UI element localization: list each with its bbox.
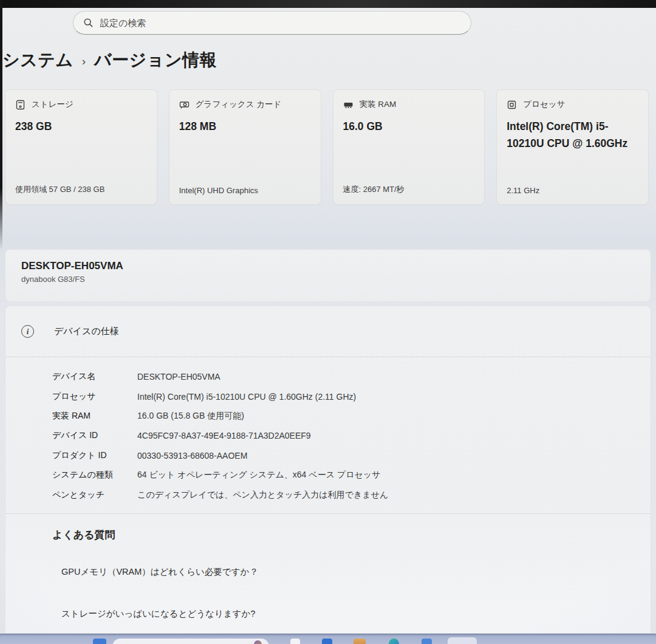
spec-value: 00330-53913-68608-AAOEM [137,451,247,461]
card-title: ストレージ [32,99,73,110]
spec-label: デバイス ID [52,430,137,441]
search-icon [83,18,94,28]
file-explorer-icon[interactable] [354,639,366,644]
spec-row-pen-touch: ペンとタッチ このディスプレイでは、ペン入力とタッチ入力は利用できません [52,485,651,504]
page-title: バージョン情報 [94,49,217,72]
bing-search-icon [254,640,262,644]
info-icon: i [21,325,34,338]
faq-question-storage[interactable]: ストレージがいっぱいになるとどうなりますか? [61,608,651,620]
card-footer: Intel(R) UHD Graphics [179,186,311,195]
divider [5,513,651,514]
search-box[interactable] [73,11,471,35]
spec-label: プロダクト ID [52,450,137,461]
spec-value: 64 ビット オペレーティング システム、x64 ベース プロセッサ [137,470,380,481]
spec-label: デバイス名 [52,371,137,382]
faq-title: よくある質問 [52,528,651,542]
cpu-icon [507,100,517,110]
search-input[interactable] [100,18,461,28]
edge-browser-icon[interactable] [389,639,399,644]
device-specs-title: デバイスの仕様 [54,326,119,337]
spec-label: 実装 RAM [52,411,137,422]
card-ram: 実装 RAM 16.0 GB 速度: 2667 MT/秒 [333,89,485,205]
card-title: プロセッサ [523,99,565,110]
spec-row-system-type: システムの種類 64 ビット オペレーティング システム、x64 ベース プロセ… [52,465,651,485]
taskbar-app-icon[interactable] [322,639,332,644]
taskbar-search-box[interactable] [112,639,269,644]
spec-label: システムの種類 [52,470,137,481]
task-view-icon[interactable] [290,639,300,644]
spec-row-device-id: デバイス ID 4C95FC97-8A37-49E4-9188-71A3D2A0… [52,426,651,445]
spec-row-device-name: デバイス名 DESKTOP-EH05VMA [52,367,651,386]
card-title: 実装 RAM [360,99,397,110]
card-footer: 2.11 GHz [507,186,638,195]
spec-value: Intel(R) Core(TM) i5-10210U CPU @ 1.60GH… [137,392,356,402]
storage-icon [15,100,26,110]
device-name: DESKTOP-EH05VMA [21,260,635,272]
spec-value: DESKTOP-EH05VMA [137,372,220,382]
spec-value: このディスプレイでは、ペン入力とタッチ入力は利用できません [137,490,388,501]
card-title: グラフィックス カード [196,99,282,110]
start-button-icon[interactable] [93,639,106,644]
spec-label: プロセッサ [52,391,137,402]
card-value: 128 MB [179,118,311,135]
device-model: dynabook G83/FS [21,275,635,284]
card-footer: 速度: 2667 MT/秒 [343,184,475,195]
spec-row-ram: 実装 RAM 16.0 GB (15.8 GB 使用可能) [52,406,651,426]
taskbar-app-icon[interactable] [422,639,432,644]
spec-label: ペンとタッチ [52,490,137,501]
spec-row-product-id: プロダクト ID 00330-53913-68608-AAOEM [52,446,651,465]
card-value: Intel(R) Core(TM) i5-10210U CPU @ 1.60GH… [507,118,638,152]
screen-bezel-top [0,0,656,8]
breadcrumb-system[interactable]: システム [2,49,73,72]
card-graphics: グラフィックス カード 128 MB Intel(R) UHD Graphics [169,89,321,205]
card-footer: 使用領域 57 GB / 238 GB [15,184,147,195]
device-specs-panel: i デバイスの仕様 デバイス名 DESKTOP-EH05VMA プロセッサ In… [5,306,651,634]
spec-value: 4C95FC97-8A37-49E4-9188-71A3D2A0EEF9 [137,431,311,440]
active-app-button[interactable] [448,637,477,644]
spec-value: 16.0 GB (15.8 GB 使用可能) [137,411,244,422]
settings-search [73,11,471,35]
summary-cards: ストレージ 238 GB 使用領域 57 GB / 238 GB グラフィックス… [5,89,649,205]
ram-icon [343,100,354,110]
screen-bezel-left [0,0,2,250]
faq-question-vram[interactable]: GPUメモリ（VRAM）はどれくらい必要ですか？ [61,566,651,578]
chevron-right-icon: › [82,53,86,68]
spec-row-processor: プロセッサ Intel(R) Core(TM) i5-10210U CPU @ … [52,386,651,406]
spec-rows: デバイス名 DESKTOP-EH05VMA プロセッサ Intel(R) Cor… [5,357,651,513]
card-value: 16.0 GB [343,118,475,135]
graphics-card-icon [179,100,190,110]
taskbar [0,634,656,644]
breadcrumb: システム › バージョン情報 [2,49,217,72]
card-storage: ストレージ 238 GB 使用領域 57 GB / 238 GB [5,89,157,205]
card-value: 238 GB [15,118,147,135]
card-processor: プロセッサ Intel(R) Core(TM) i5-10210U CPU @ … [496,89,649,205]
device-specs-header[interactable]: i デバイスの仕様 [5,306,651,357]
device-name-card: DESKTOP-EH05VMA dynabook G83/FS [5,249,651,302]
